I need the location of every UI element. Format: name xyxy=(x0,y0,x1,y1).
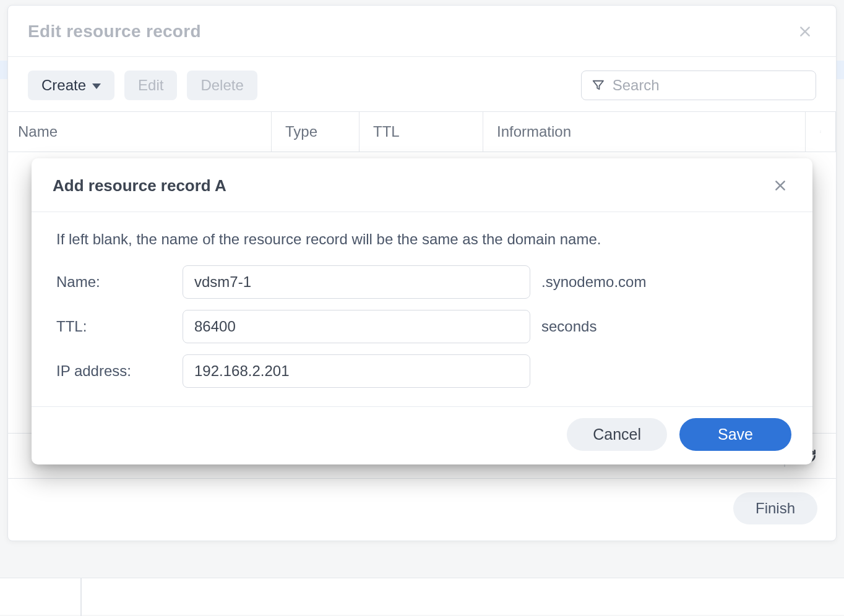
toolbar: Create Edit Delete xyxy=(8,57,836,111)
cancel-button[interactable]: Cancel xyxy=(567,418,667,451)
name-input[interactable] xyxy=(183,265,530,299)
close-icon xyxy=(774,179,786,192)
kebab-icon xyxy=(819,125,822,139)
dialog-title: Edit resource record xyxy=(28,22,201,41)
save-button[interactable]: Save xyxy=(679,418,791,451)
base-divider xyxy=(80,578,82,616)
toolbar-left: Create Edit Delete xyxy=(28,71,257,100)
cancel-button-label: Cancel xyxy=(593,426,641,443)
search-input[interactable] xyxy=(613,77,806,94)
chevron-down-icon xyxy=(92,83,101,89)
column-ttl[interactable]: TTL xyxy=(360,112,483,152)
delete-button[interactable]: Delete xyxy=(187,71,257,100)
close-icon xyxy=(799,25,811,38)
svg-point-2 xyxy=(820,132,821,133)
finish-button-label: Finish xyxy=(756,500,795,516)
modal-hint: If left blank, the name of the resource … xyxy=(56,231,788,248)
dialog-footer: Finish xyxy=(8,479,836,541)
edit-button-label: Edit xyxy=(138,77,163,94)
column-name[interactable]: Name xyxy=(8,112,272,152)
form-row-name: Name: .synodemo.com xyxy=(56,265,788,299)
save-button-label: Save xyxy=(718,426,753,443)
create-button-label: Create xyxy=(41,77,86,94)
modal-footer: Cancel Save xyxy=(32,407,812,464)
close-button[interactable] xyxy=(794,20,816,43)
name-label: Name: xyxy=(56,273,183,291)
seconds-suffix: seconds xyxy=(541,318,596,335)
column-options-button[interactable] xyxy=(805,112,836,152)
base-panel xyxy=(0,578,844,615)
ttl-label: TTL: xyxy=(56,318,183,335)
add-record-a-modal: Add resource record A If left blank, the… xyxy=(32,158,812,464)
ip-label: IP address: xyxy=(56,362,183,380)
create-button[interactable]: Create xyxy=(28,71,114,100)
ip-address-input[interactable] xyxy=(183,354,530,388)
grid-header: Name Type TTL Information xyxy=(8,112,836,152)
modal-title: Add resource record A xyxy=(53,176,226,195)
form-row-ip: IP address: xyxy=(56,354,788,388)
edit-button[interactable]: Edit xyxy=(124,71,177,100)
finish-button[interactable]: Finish xyxy=(733,492,817,524)
filter-icon xyxy=(592,78,605,93)
svg-point-1 xyxy=(820,132,821,132)
svg-point-0 xyxy=(820,131,821,132)
domain-suffix: .synodemo.com xyxy=(541,273,646,291)
search-field[interactable] xyxy=(581,71,816,100)
form-row-ttl: TTL: seconds xyxy=(56,310,788,343)
edit-resource-record-dialog: Edit resource record Create Edit Delete xyxy=(7,5,837,541)
dialog-titlebar: Edit resource record xyxy=(8,6,836,57)
toolbar-right xyxy=(581,71,816,100)
modal-close-button[interactable] xyxy=(769,174,791,197)
modal-titlebar: Add resource record A xyxy=(32,158,812,212)
column-information[interactable]: Information xyxy=(483,112,805,152)
delete-button-label: Delete xyxy=(200,77,243,94)
modal-body: If left blank, the name of the resource … xyxy=(32,212,812,407)
column-type[interactable]: Type xyxy=(272,112,360,152)
ttl-input[interactable] xyxy=(183,310,530,343)
